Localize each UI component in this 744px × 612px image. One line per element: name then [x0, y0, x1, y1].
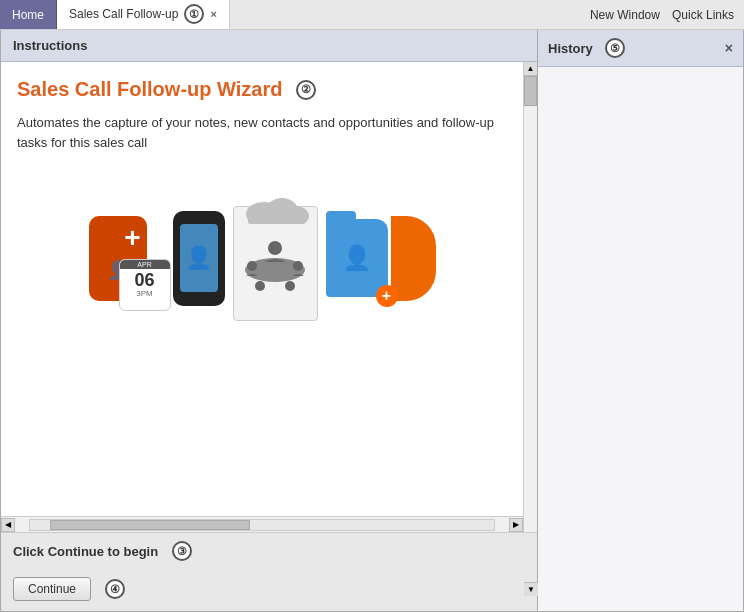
main-scroll-area: Sales Call Follow-up Wizard ② Automates …	[1, 62, 523, 532]
quick-links-link[interactable]: Quick Links	[672, 8, 734, 22]
button-badge: ④	[105, 579, 125, 599]
footer-text: Click Continue to begin	[13, 544, 158, 559]
wizard-title-badge: ②	[296, 80, 316, 100]
orange-shape-right	[391, 216, 436, 301]
tab-sales-label: Sales Call Follow-up	[69, 7, 178, 21]
svg-point-8	[255, 281, 265, 291]
top-bar: Home Sales Call Follow-up ① × New Window…	[0, 0, 744, 30]
svg-rect-3	[248, 213, 304, 224]
history-content	[538, 67, 743, 611]
blue-folder-icon: 👤 +	[326, 219, 388, 297]
cal-header: APR	[120, 260, 170, 269]
history-header: History ⑤ ×	[538, 30, 743, 67]
folder-tab	[326, 211, 356, 221]
wizard-description: Automates the capture of your notes, new…	[17, 113, 507, 152]
folder-add-badge: +	[376, 285, 398, 307]
footer-badge: ③	[172, 541, 192, 561]
scroll-right-arrow[interactable]: ▶	[509, 518, 523, 532]
main-layout: Instructions Sales Call Follow-up Wizard…	[0, 30, 744, 612]
vscroll-track	[524, 76, 537, 532]
svg-point-9	[285, 281, 295, 291]
scroll-track	[29, 519, 495, 531]
scroll-content: Sales Call Follow-up Wizard ② Automates …	[1, 62, 523, 516]
right-panel: History ⑤ ×	[538, 30, 743, 611]
wizard-title-text: Sales Call Follow-up Wizard	[17, 78, 282, 101]
history-title: History ⑤	[548, 38, 625, 58]
folder-person-icon: 👤	[342, 244, 372, 272]
wizard-title: Sales Call Follow-up Wizard ②	[17, 78, 507, 101]
wizard-illustration: + 👤 APR 06 3PM	[17, 168, 507, 348]
scroll-thumb[interactable]	[50, 520, 250, 530]
document-icon	[233, 206, 318, 321]
tab-close-icon[interactable]: ×	[210, 8, 216, 20]
instructions-label: Instructions	[13, 38, 87, 53]
cloud-shape	[244, 189, 309, 217]
continue-button[interactable]: Continue	[13, 577, 91, 601]
scroll-up-arrow[interactable]: ▲	[524, 62, 537, 76]
plus-symbol: +	[124, 222, 140, 254]
vertical-scrollbar[interactable]: ▲ ▼	[523, 62, 537, 532]
new-window-link[interactable]: New Window	[590, 8, 660, 22]
smartphone-person-icon: 👤	[185, 245, 212, 271]
history-close-icon[interactable]: ×	[725, 40, 733, 56]
button-bar: Continue ④	[1, 569, 537, 611]
instructions-header: Instructions	[1, 30, 537, 62]
svg-point-5	[268, 241, 282, 255]
meeting-icon	[240, 228, 310, 298]
bottom-bar: Click Continue to begin ③	[1, 532, 537, 569]
svg-point-6	[247, 261, 257, 271]
cal-date: 06	[134, 271, 154, 289]
left-panel: Instructions Sales Call Follow-up Wizard…	[1, 30, 538, 611]
cal-time: 3PM	[136, 289, 152, 298]
horizontal-scrollbar[interactable]: ◀ ▶	[1, 516, 523, 532]
smartphone-screen: 👤	[180, 224, 218, 292]
tab-sales-call[interactable]: Sales Call Follow-up ① ×	[57, 0, 230, 29]
left-content-area: Sales Call Follow-up Wizard ② Automates …	[1, 62, 537, 532]
tab-bar: Home Sales Call Follow-up ① ×	[0, 0, 230, 29]
tab-badge: ①	[184, 4, 204, 24]
history-label: History	[548, 41, 593, 56]
top-links: New Window Quick Links	[590, 0, 744, 29]
tab-home-label: Home	[12, 8, 44, 22]
svg-point-7	[293, 261, 303, 271]
scroll-left-arrow[interactable]: ◀	[1, 518, 15, 532]
vscroll-thumb[interactable]	[524, 76, 537, 106]
tab-home[interactable]: Home	[0, 0, 57, 29]
history-badge: ⑤	[605, 38, 625, 58]
black-smartphone-icon: 👤	[173, 211, 225, 306]
calendar-icon: APR 06 3PM	[119, 259, 171, 311]
